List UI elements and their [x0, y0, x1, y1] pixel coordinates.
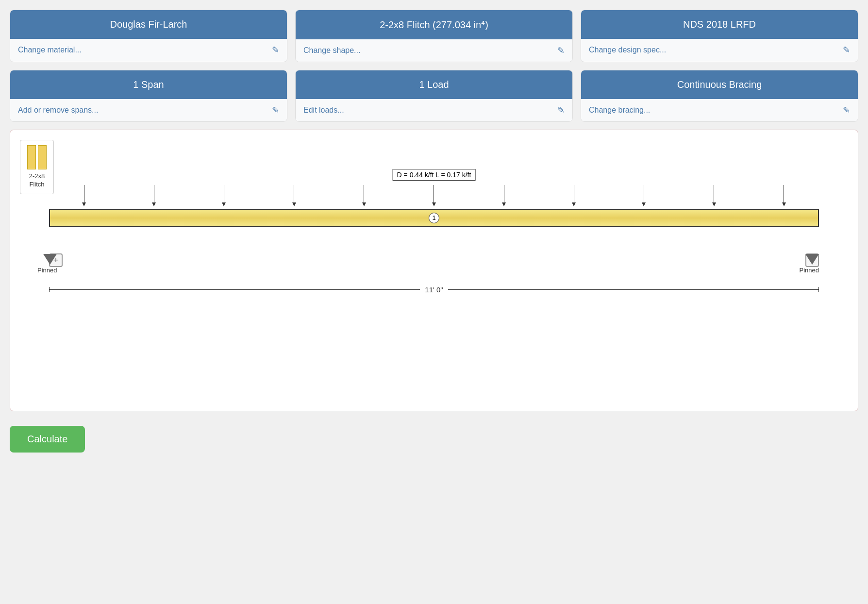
- span-length-label: 11' 0": [420, 285, 448, 294]
- beam-wrapper: D = 0.44 k/ft L = 0.17 k/ft 1 Pinned Pin…: [49, 209, 819, 294]
- pinned-triangle-left: [43, 254, 57, 265]
- change-material-link[interactable]: Change material...: [18, 46, 82, 54]
- material-card[interactable]: Douglas Fir-Larch Change material... ✎: [10, 10, 287, 62]
- change-bracing-link[interactable]: Change bracing...: [589, 106, 650, 115]
- change-shape-link[interactable]: Change shape...: [303, 46, 360, 55]
- spans-card-header: 1 Span: [10, 70, 287, 99]
- support-right-label: Pinned: [800, 267, 819, 274]
- loads-card[interactable]: 1 Load Edit loads... ✎: [295, 70, 573, 122]
- spans-edit-icon[interactable]: ✎: [272, 105, 279, 116]
- arrow-4: [292, 185, 296, 206]
- dim-line: [50, 289, 420, 290]
- support-right: Pinned: [805, 254, 825, 274]
- design-spec-card-body: Change design spec... ✎: [581, 39, 858, 61]
- arrow-2: [152, 185, 156, 206]
- spans-card[interactable]: 1 Span Add or remove spans... ✎: [10, 70, 287, 122]
- shape-card-header: 2-2x8 Flitch (277.034 in⁴): [296, 10, 572, 39]
- bracing-card-header: Continuous Bracing: [581, 70, 858, 99]
- bracing-card[interactable]: Continuous Bracing Change bracing... ✎: [581, 70, 858, 122]
- material-card-body: Change material... ✎: [10, 39, 287, 61]
- shape-label: 2-2x8 Flitch: [27, 172, 47, 189]
- spans-card-body: Add or remove spans... ✎: [10, 99, 287, 121]
- supports-row: Pinned Pinned: [49, 227, 819, 256]
- support-left-label: Pinned: [37, 267, 57, 274]
- change-spans-link[interactable]: Add or remove spans...: [18, 106, 98, 115]
- bracing-card-body: Change bracing... ✎: [581, 99, 858, 121]
- cards-grid: Douglas Fir-Larch Change material... ✎ 2…: [10, 10, 858, 122]
- material-card-header: Douglas Fir-Larch: [10, 10, 287, 39]
- shape-card-body: Change shape... ✎: [296, 39, 572, 62]
- arrow-5: [362, 185, 366, 206]
- bracing-edit-icon[interactable]: ✎: [843, 105, 850, 116]
- arrow-1: [82, 185, 86, 206]
- shape-card[interactable]: 2-2x8 Flitch (277.034 in⁴) Change shape.…: [295, 10, 573, 62]
- design-spec-card[interactable]: NDS 2018 LRFD Change design spec... ✎: [581, 10, 858, 62]
- arrow-9: [642, 185, 646, 206]
- shape-icon: [27, 145, 47, 169]
- span-dimension: 11' 0": [49, 285, 819, 294]
- calculate-button[interactable]: Calculate: [10, 426, 85, 453]
- shape-plank-1: [27, 145, 36, 169]
- shape-plank-2: [38, 145, 47, 169]
- diagram-container: 2-2x8 Flitch + +: [10, 130, 858, 411]
- design-spec-edit-icon[interactable]: ✎: [843, 45, 850, 55]
- arrow-8: [572, 185, 576, 206]
- loads-edit-icon[interactable]: ✎: [557, 105, 565, 116]
- support-left: Pinned: [43, 254, 63, 274]
- change-loads-link[interactable]: Edit loads...: [303, 106, 344, 115]
- arrow-6: [432, 185, 436, 206]
- beam-rect: 1: [49, 209, 819, 227]
- arrow-11: [782, 185, 786, 206]
- design-spec-card-header: NDS 2018 LRFD: [581, 10, 858, 39]
- load-arrows: [49, 180, 819, 206]
- material-edit-icon[interactable]: ✎: [272, 45, 279, 55]
- arrow-7: [502, 185, 506, 206]
- arrow-3: [222, 185, 226, 206]
- loads-card-body: Edit loads... ✎: [296, 99, 572, 121]
- load-label: D = 0.44 k/ft L = 0.17 k/ft: [393, 169, 476, 181]
- arrow-10: [712, 185, 716, 206]
- span-number-label: 1: [429, 213, 439, 223]
- dim-line-right: [448, 289, 818, 290]
- change-design-spec-link[interactable]: Change design spec...: [589, 46, 666, 54]
- beam-section: + +: [49, 209, 819, 294]
- pinned-triangle-right: [805, 254, 819, 265]
- loads-card-header: 1 Load: [296, 70, 572, 99]
- shape-edit-icon[interactable]: ✎: [557, 45, 565, 56]
